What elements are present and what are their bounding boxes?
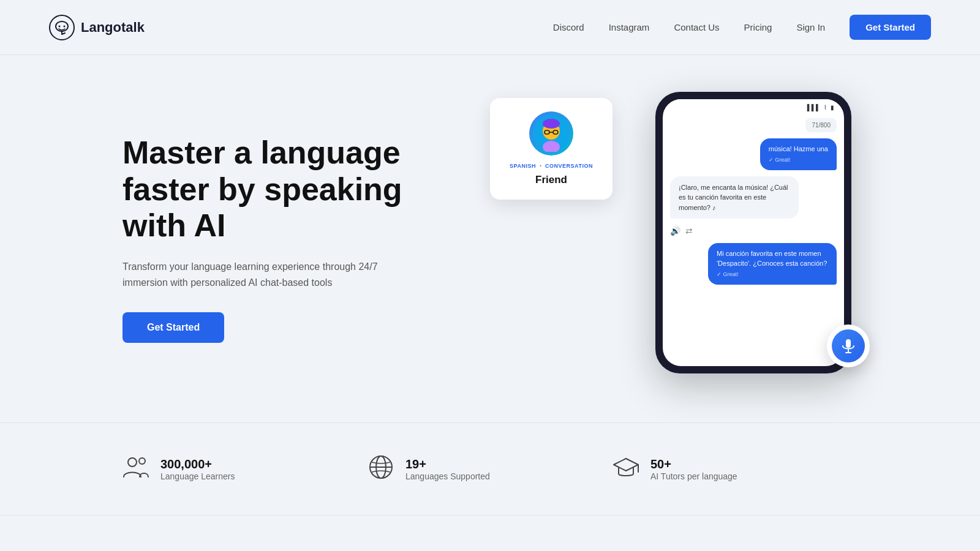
stats-section: 300,000+ Language Learners 19+ Languages… [0,422,980,515]
stat-tutors: 50+ AI Tutors per language [612,454,858,484]
svg-point-3 [64,25,66,27]
avatar [529,111,573,156]
chat-bubble-3: Mi canción favorita en este momen 'Despa… [708,243,837,284]
logo-text: Langotalk [81,20,145,36]
chat-check-1: ✓ Great! [769,156,828,164]
hero-section: Master a language faster by speaking wit… [0,55,980,422]
speaker-icon: 🔊 [670,226,680,236]
users-icon [123,454,149,484]
bottom-teaser: Everything you need to become [0,515,980,551]
tag-type: CONVERSATION [545,163,593,169]
translate-icon: ⇄ [685,226,693,236]
hero-get-started-button[interactable]: Get Started [123,312,224,343]
phone-mockup: ▌▌▌ ⌇ ▮ 71/800 música! Hazme una ✓ Great… [655,92,851,373]
header-get-started-button[interactable]: Get Started [850,15,931,40]
phone-statusbar: ▌▌▌ ⌇ ▮ [663,99,844,113]
nav-pricing[interactable]: Pricing [744,22,772,32]
stat-learners: 300,000+ Language Learners [123,454,368,484]
logo-icon [49,15,75,40]
graduation-icon [612,454,639,484]
logo[interactable]: Langotalk [49,15,145,40]
chat-bubble-2: ¡Claro, me encanta la música! ¿Cuál es t… [670,176,799,219]
stat-number-learners: 300,000+ [160,457,235,471]
hero-subtitle: Transform your language learning experie… [123,259,392,290]
profile-name: Friend [507,174,595,186]
chat-check-3: ✓ Great! [717,271,828,279]
stat-number-languages: 19+ [405,457,490,471]
header: Langotalk Discord Instagram Contact Us P… [0,0,980,55]
chat-bubble-1: música! Hazme una ✓ Great! [760,138,837,170]
profile-card: SPANISH • CONVERSATION Friend [490,98,612,200]
hero-left: Master a language faster by speaking wit… [123,135,441,343]
hero-right: SPANISH • CONVERSATION Friend ▌▌▌ ⌇ ▮ 71… [441,92,870,386]
globe-icon [368,454,394,484]
svg-point-2 [59,25,61,27]
stat-text-learners: 300,000+ Language Learners [160,457,235,481]
profile-tags: SPANISH • CONVERSATION [507,163,595,169]
phone-chat: 71/800 música! Hazme una ✓ Great! ¡Claro… [663,113,844,290]
hero-title: Master a language faster by speaking wit… [123,135,441,244]
chat-progress: 71/800 [805,118,837,132]
battery-icon: ▮ [831,104,834,111]
tag-language: SPANISH [510,163,536,169]
phone-screen: ▌▌▌ ⌇ ▮ 71/800 música! Hazme una ✓ Great… [663,99,844,366]
main-nav: Discord Instagram Contact Us Pricing Sig… [553,15,931,40]
svg-point-14 [128,458,137,467]
svg-point-6 [543,119,560,129]
stat-label-tutors: AI Tutors per language [650,471,737,481]
nav-contact[interactable]: Contact Us [674,22,719,32]
tag-dot: • [540,163,541,169]
stat-label-languages: Languages Supported [405,471,490,481]
wifi-icon: ⌇ [824,104,827,111]
stat-label-learners: Language Learners [160,471,235,481]
nav-discord[interactable]: Discord [553,22,584,32]
chat-action-icons: 🔊 ⇄ [670,225,837,237]
signal-icon: ▌▌▌ [807,104,820,111]
stat-text-languages: 19+ Languages Supported [405,457,490,481]
mic-icon [832,329,865,362]
nav-signin[interactable]: Sign In [796,22,825,32]
stat-text-tutors: 50+ AI Tutors per language [650,457,737,481]
stat-languages: 19+ Languages Supported [368,454,612,484]
svg-marker-19 [614,459,638,471]
svg-point-15 [139,458,145,464]
svg-rect-11 [846,339,851,348]
mic-button[interactable] [827,324,870,367]
avatar-illustration [533,115,570,152]
stat-number-tutors: 50+ [650,457,737,471]
nav-instagram[interactable]: Instagram [609,22,650,32]
svg-point-0 [50,15,74,40]
